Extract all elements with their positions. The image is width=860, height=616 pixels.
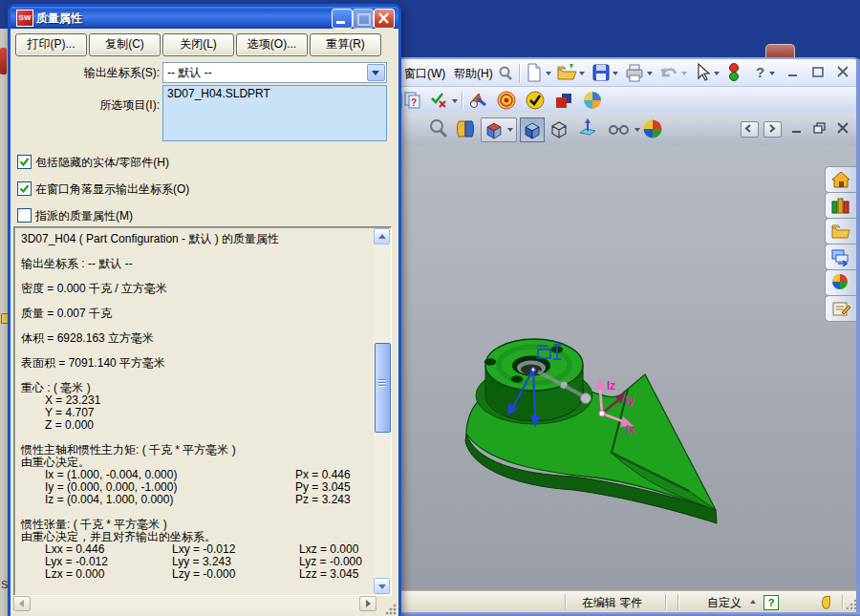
scroll-left-icon[interactable] [13,596,31,611]
print-dropdown-icon[interactable] [647,72,653,75]
dialog-resize-grip[interactable] [384,603,397,615]
help-icon[interactable]: ? [756,64,764,80]
scroll-up-icon[interactable] [374,228,390,244]
taskpane-tab-resources[interactable] [825,166,856,193]
view-orientation-glasses-icon[interactable] [607,117,630,140]
print-button[interactable]: 打印(P)... [15,33,87,56]
render-sphere-icon[interactable] [641,117,664,140]
menu-help[interactable]: 帮助(H) [454,66,493,82]
child-restore-icon[interactable] [811,121,828,137]
appearance-sphere-icon[interactable] [582,90,603,111]
section-properties-icon[interactable] [496,90,517,111]
results-coord: 输出坐标系 : -- 默认 -- [21,258,371,270]
graphics-viewport[interactable]: Iz Iy Ix [395,145,856,590]
save-dropdown-icon[interactable] [613,72,618,75]
checkbox-box-checked[interactable] [17,181,32,196]
output-coord-value: -- 默认 -- [167,65,212,81]
output-coord-label: 输出坐标系(S): [45,65,160,81]
options-button[interactable]: 选项(O)... [236,33,308,56]
standard-views-dropdown-icon[interactable] [507,128,513,132]
taskpane-tab-file-explorer[interactable] [825,218,856,244]
copy-button[interactable]: 复制(C) [89,33,161,56]
undo-icon[interactable] [658,62,679,83]
scrollbar-thumb[interactable] [375,343,391,433]
check-icon[interactable] [525,90,546,111]
child-close-icon[interactable] [834,121,851,137]
traffic-light-icon[interactable] [727,62,748,83]
open-dropdown-icon[interactable] [579,72,585,75]
glasses-dropdown-icon[interactable] [634,128,640,132]
status-custom[interactable]: 自定义 [707,595,742,611]
standard-views-icon[interactable] [481,117,517,142]
mass-properties-icon[interactable]: ? [402,90,423,111]
taskpane-tab-view-palette[interactable] [825,244,856,270]
print-icon[interactable] [624,62,645,83]
dialog-minimize-button[interactable] [332,9,353,29]
menu-window[interactable]: 窗口(W) [404,66,445,82]
shaded-view-icon[interactable] [520,117,545,142]
scroll-down-icon[interactable] [374,578,390,594]
results-vertical-scrollbar[interactable] [374,228,390,594]
results-horizontal-scrollbar[interactable] [13,596,376,611]
save-icon[interactable] [591,62,613,83]
output-coord-combobox[interactable]: -- 默认 -- [162,62,387,83]
results-surface-area: 表面积 = 7091.140 平方毫米 [21,357,371,370]
zoom-icon[interactable] [427,117,450,140]
triad-label-iy: Iy [625,393,634,407]
normal-to-icon[interactable] [576,117,599,140]
selected-items-label: 所选项目(I): [45,97,160,114]
part-3d-model[interactable]: Iz Iy Ix [395,145,856,590]
window-restore-icon[interactable] [809,65,827,80]
open-icon[interactable] [556,62,577,83]
close-button[interactable]: 关闭(L) [162,33,234,56]
results-text: 3D07_H04 ( Part Configuration - 默认 ) 的质量… [16,229,373,593]
results-com-z: Z = 0.000 [21,419,371,432]
dialog-title-bar[interactable]: SW 质量属性 [11,7,398,29]
triad-label-ix: Ix [626,423,635,436]
dialog-close-button[interactable] [374,9,395,29]
mass-properties-dialog: SW 质量属性 打印(P)... 复制(C) 关闭(L) 选项(O)... 重算… [8,4,401,616]
dialog-title: 质量属性 [36,11,82,27]
pane-left-icon[interactable] [741,121,759,138]
taskpane-tab-appearances[interactable] [825,269,856,296]
quick-tips-icon[interactable]: ? [763,595,779,610]
scroll-right-icon[interactable] [359,596,376,611]
taskpane-tab-custom-properties[interactable] [825,295,856,322]
list-item[interactable]: 3D07_H04.SLDPRT [163,86,386,101]
taskpane-tab-design-library[interactable] [825,192,856,219]
wireframe-view-icon[interactable] [548,117,570,140]
recalculate-button[interactable]: 重算(R) [310,33,381,56]
checkbox-box-unchecked[interactable] [17,208,32,223]
selected-items-list[interactable]: 3D07_H04.SLDPRT [162,85,387,141]
combo-dropdown-icon[interactable] [367,64,385,81]
select-dropdown-icon[interactable] [714,72,720,75]
measure-icon[interactable] [467,90,488,111]
new-dropdown-icon[interactable] [546,72,551,75]
verification-icon[interactable] [429,90,450,111]
window-border-right [856,59,860,612]
new-document-icon[interactable] [525,62,546,83]
pane-right-icon[interactable] [763,121,782,138]
dialog-maximize-button[interactable] [353,9,374,29]
help-dropdown-icon[interactable] [769,72,775,75]
section-view-icon[interactable] [454,117,477,140]
menu-bar: 窗口(W) 帮助(H) [395,57,860,88]
checkbox-box-checked[interactable] [17,155,32,169]
tools-toolbar: ? [395,86,860,114]
results-mass: 质量 = 0.007 千克 [21,308,371,320]
window-close-icon[interactable] [834,65,851,80]
results-volume: 体积 = 6928.163 立方毫米 [21,332,371,345]
results-box: 3D07_H04 ( Part Configuration - 默认 ) 的质量… [13,226,392,596]
undo-dropdown-icon[interactable] [681,72,687,75]
solidworks-logo-icon: SW [16,10,33,27]
child-minimize-icon[interactable] [788,121,806,137]
compare-documents-icon[interactable] [553,90,574,111]
status-editing: 在编辑 零件 [582,595,642,611]
search-icon[interactable] [498,66,513,81]
select-cursor-icon[interactable] [693,62,714,83]
results-density: 密度 = 0.000 千克 / 立方毫米 [21,283,371,295]
verification-dropdown-icon[interactable] [452,99,458,103]
custom-dropdown-icon[interactable] [750,600,756,604]
window-minimize-icon[interactable] [785,65,802,80]
triad-label-iz: Iz [607,379,615,393]
